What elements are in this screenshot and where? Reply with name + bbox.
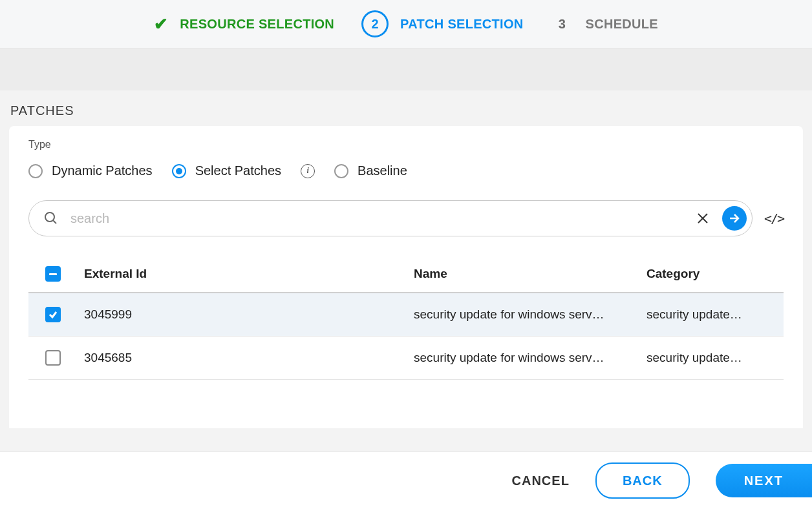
sub-header-spacer	[0, 48, 812, 90]
radio-icon	[28, 164, 43, 178]
table-row[interactable]: 3045999 security update for windows serv…	[28, 293, 784, 337]
row-checkbox[interactable]	[45, 350, 61, 366]
cell-name: security update for windows serv…	[414, 307, 646, 322]
cell-external-id: 3045999	[84, 307, 414, 322]
type-label: Type	[28, 139, 784, 151]
step-patch-selection[interactable]: 2 PATCH SELECTION	[361, 10, 523, 37]
search-field[interactable]	[28, 200, 753, 236]
column-header-name[interactable]: Name	[414, 267, 646, 281]
svg-line-1	[53, 220, 56, 223]
back-button[interactable]: BACK	[595, 462, 690, 499]
table-header-row: External Id Name Category	[28, 256, 784, 293]
search-submit-button[interactable]	[722, 206, 747, 231]
step-number: 2	[361, 10, 389, 37]
step-number: 3	[551, 12, 574, 36]
info-icon[interactable]: i	[301, 164, 315, 178]
next-button[interactable]: NEXT	[716, 464, 812, 497]
column-header-category[interactable]: Category	[646, 267, 773, 281]
code-view-toggle[interactable]: </>	[764, 211, 784, 226]
close-icon	[697, 213, 709, 224]
step-label: PATCH SELECTION	[400, 17, 523, 32]
patches-card: Type Dynamic Patches Select Patches i Ba…	[9, 126, 803, 428]
cancel-button[interactable]: CANCEL	[512, 473, 570, 488]
section-title: PATCHES	[0, 90, 812, 126]
clear-search-button[interactable]	[694, 209, 712, 227]
wizard-stepper: ✔ RESOURCE SELECTION 2 PATCH SELECTION 3…	[0, 0, 812, 48]
select-all-checkbox[interactable]	[45, 266, 61, 282]
radio-select-patches[interactable]: Select Patches	[172, 163, 281, 178]
cell-category: security update…	[646, 351, 773, 365]
cell-external-id: 3045685	[84, 351, 414, 365]
radio-icon	[334, 164, 348, 178]
cell-category: security update…	[646, 307, 773, 322]
step-resource-selection[interactable]: ✔ RESOURCE SELECTION	[154, 16, 334, 32]
checkmark-icon: ✔	[154, 16, 168, 32]
radio-label: Dynamic Patches	[52, 163, 153, 178]
patch-type-radio-group: Dynamic Patches Select Patches i Baselin…	[28, 163, 784, 178]
search-icon	[43, 211, 59, 226]
check-icon	[48, 309, 58, 320]
arrow-right-icon	[728, 212, 741, 225]
radio-label: Baseline	[358, 163, 407, 178]
search-input[interactable]	[69, 211, 683, 227]
svg-point-0	[45, 213, 54, 222]
search-row: </>	[28, 200, 784, 236]
column-header-external-id[interactable]: External Id	[84, 267, 414, 281]
step-label: RESOURCE SELECTION	[180, 17, 334, 32]
step-schedule[interactable]: 3 SCHEDULE	[551, 12, 658, 36]
table-row[interactable]: 3045685 security update for windows serv…	[28, 337, 784, 380]
row-checkbox[interactable]	[45, 307, 61, 322]
radio-dynamic-patches[interactable]: Dynamic Patches	[28, 163, 153, 178]
radio-baseline[interactable]: Baseline	[334, 163, 407, 178]
wizard-footer: CANCEL BACK NEXT	[0, 452, 812, 509]
step-label: SCHEDULE	[586, 17, 658, 32]
radio-icon	[172, 164, 186, 178]
patches-table: External Id Name Category 3045999 securi…	[28, 256, 784, 380]
radio-label: Select Patches	[195, 163, 281, 178]
cell-name: security update for windows serv…	[414, 351, 646, 365]
